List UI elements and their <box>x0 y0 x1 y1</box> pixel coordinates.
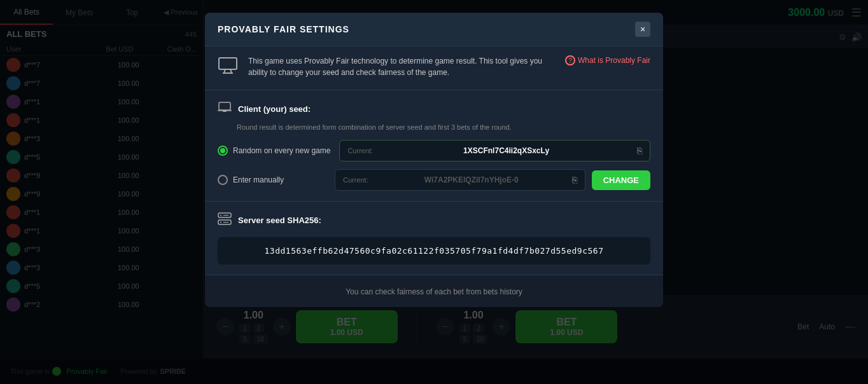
what-is-label: What is Provably Fair <box>578 56 650 65</box>
question-circle-icon: ? <box>565 55 575 65</box>
copy-manual-seed-icon[interactable]: ⎘ <box>572 175 577 185</box>
manual-seed-value: Wi7A2PKElQZil7nYHjoE-0 <box>424 175 519 184</box>
radio-manual-circle <box>218 175 228 185</box>
modal-description-text: This game uses Provably Fair technology … <box>248 55 555 78</box>
seed-options: Random on every new game Current: 1XSCFn… <box>218 140 650 191</box>
radio-random-text: Random on every new game <box>233 146 330 155</box>
client-seed-label: Client (your) seed: <box>238 104 311 114</box>
change-seed-button[interactable]: CHANGE <box>592 170 650 190</box>
modal-header: PROVABLY FAIR SETTINGS × <box>205 13 663 46</box>
svg-rect-0 <box>219 58 237 69</box>
svg-rect-5 <box>223 111 227 112</box>
modal-title: PROVABLY FAIR SETTINGS <box>218 24 349 34</box>
server-seed-label: Server seed SHA256: <box>238 216 321 225</box>
laptop-icon <box>218 100 232 117</box>
current-seed-value: 1XSCFnl7C4ii2qXSxcLy <box>463 146 549 155</box>
current-seed-display: Current: 1XSCFnl7C4ii2qXSxcLy ⎘ <box>339 140 650 161</box>
copy-seed-icon[interactable]: ⎘ <box>637 146 642 156</box>
radio-random-label[interactable]: Random on every new game <box>218 146 330 156</box>
provably-fair-modal: PROVABLY FAIR SETTINGS × This game uses … <box>205 13 663 307</box>
manual-current-label: Current: <box>343 176 368 184</box>
manual-seed-display: Current: Wi7A2PKElQZil7nYHjoE-0 ⎘ <box>335 169 585 191</box>
radio-manual-label[interactable]: Enter manually <box>218 175 326 185</box>
svg-point-8 <box>220 215 221 216</box>
monitor-icon <box>218 55 238 81</box>
seed-option-manual: Enter manually Current: Wi7A2PKElQZil7nY… <box>218 169 650 191</box>
what-is-provably-fair-link[interactable]: ? What is Provably Fair <box>565 55 650 65</box>
client-seed-description: Round result is determined form combinat… <box>218 123 650 131</box>
current-label: Current: <box>347 147 373 154</box>
radio-random-dot <box>220 148 225 153</box>
modal-description-area: This game uses Provably Fair technology … <box>205 46 663 90</box>
modal-close-button[interactable]: × <box>635 22 650 37</box>
svg-point-9 <box>220 222 221 223</box>
server-seed-section: Server seed SHA256: 13dd1563effb62d47560… <box>205 202 663 275</box>
seed-option-random: Random on every new game Current: 1XSCFn… <box>218 140 650 161</box>
server-icon <box>218 212 232 228</box>
radio-manual-text: Enter manually <box>233 175 284 184</box>
modal-footer: You can check fairness of each bet from … <box>205 275 663 307</box>
seed-title: Client (your) seed: <box>218 100 650 117</box>
server-seed-title: Server seed SHA256: <box>218 212 650 228</box>
server-seed-hash: 13dd1563effb62d47560c9fa02c61122f035705f… <box>218 237 650 264</box>
radio-random-circle <box>218 146 228 156</box>
manual-seed-area: Current: Wi7A2PKElQZil7nYHjoE-0 ⎘ CHANGE <box>335 169 650 191</box>
client-seed-section: Client (your) seed: Round result is dete… <box>205 90 663 202</box>
footer-info-text: You can check fairness of each bet from … <box>346 287 522 296</box>
svg-rect-4 <box>219 102 230 110</box>
